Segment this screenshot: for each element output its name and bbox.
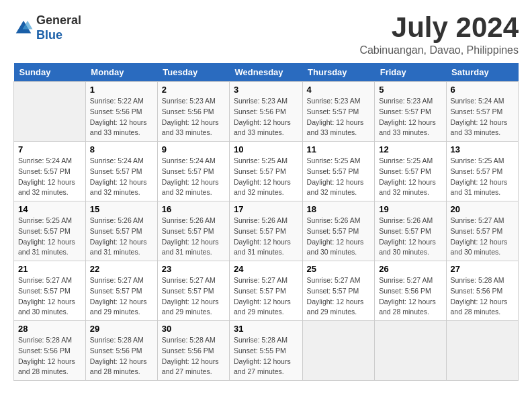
calendar-cell: 15Sunrise: 5:26 AMSunset: 5:57 PMDayligh… bbox=[85, 201, 157, 261]
day-info: Sunrise: 5:25 AMSunset: 5:57 PMDaylight:… bbox=[307, 156, 371, 198]
day-info: Sunrise: 5:26 AMSunset: 5:57 PMDaylight:… bbox=[162, 216, 225, 258]
calendar-cell: 6Sunrise: 5:24 AMSunset: 5:57 PMDaylight… bbox=[446, 82, 518, 142]
day-number: 17 bbox=[234, 204, 298, 214]
calendar-cell bbox=[302, 321, 375, 381]
day-number: 30 bbox=[162, 324, 225, 334]
calendar-cell: 8Sunrise: 5:24 AMSunset: 5:57 PMDaylight… bbox=[85, 142, 157, 201]
day-number: 9 bbox=[162, 144, 225, 154]
day-number: 4 bbox=[307, 85, 371, 95]
calendar-cell: 9Sunrise: 5:24 AMSunset: 5:57 PMDaylight… bbox=[157, 142, 229, 201]
calendar-weekday-header: Friday bbox=[375, 63, 446, 82]
calendar-cell: 26Sunrise: 5:27 AMSunset: 5:56 PMDayligh… bbox=[375, 261, 446, 321]
day-number: 25 bbox=[307, 264, 371, 274]
calendar-cell: 5Sunrise: 5:23 AMSunset: 5:57 PMDaylight… bbox=[375, 82, 446, 142]
day-number: 29 bbox=[90, 324, 153, 334]
calendar-cell: 1Sunrise: 5:22 AMSunset: 5:56 PMDaylight… bbox=[85, 82, 157, 142]
day-number: 19 bbox=[379, 204, 441, 214]
calendar-cell: 17Sunrise: 5:26 AMSunset: 5:57 PMDayligh… bbox=[230, 201, 303, 261]
calendar-weekday-header: Monday bbox=[85, 63, 157, 82]
day-number: 3 bbox=[234, 85, 298, 95]
title-block: July 2024 Cabinuangan, Davao, Philippine… bbox=[359, 13, 519, 56]
logo: General Blue bbox=[13, 13, 81, 42]
calendar-cell: 7Sunrise: 5:24 AMSunset: 5:57 PMDaylight… bbox=[14, 142, 86, 201]
day-info: Sunrise: 5:27 AMSunset: 5:56 PMDaylight:… bbox=[379, 275, 441, 318]
day-number: 22 bbox=[90, 264, 153, 274]
calendar-cell bbox=[446, 321, 518, 381]
day-number: 18 bbox=[307, 204, 371, 214]
calendar-cell: 23Sunrise: 5:27 AMSunset: 5:57 PMDayligh… bbox=[157, 261, 229, 321]
day-number: 26 bbox=[379, 264, 441, 274]
day-info: Sunrise: 5:25 AMSunset: 5:57 PMDaylight:… bbox=[18, 216, 81, 258]
day-info: Sunrise: 5:24 AMSunset: 5:57 PMDaylight:… bbox=[451, 96, 514, 138]
calendar-cell: 25Sunrise: 5:27 AMSunset: 5:57 PMDayligh… bbox=[302, 261, 375, 321]
day-number: 24 bbox=[234, 264, 298, 274]
calendar-weekday-header: Wednesday bbox=[230, 63, 303, 82]
logo-blue-text: Blue bbox=[36, 28, 81, 43]
day-info: Sunrise: 5:23 AMSunset: 5:56 PMDaylight:… bbox=[234, 96, 298, 138]
day-info: Sunrise: 5:24 AMSunset: 5:57 PMDaylight:… bbox=[162, 156, 225, 198]
calendar-cell: 22Sunrise: 5:27 AMSunset: 5:57 PMDayligh… bbox=[85, 261, 157, 321]
day-number: 2 bbox=[162, 85, 225, 95]
page-header: General Blue July 2024 Cabinuangan, Dava… bbox=[13, 13, 519, 56]
day-info: Sunrise: 5:27 AMSunset: 5:57 PMDaylight:… bbox=[90, 275, 153, 318]
calendar-cell: 19Sunrise: 5:26 AMSunset: 5:57 PMDayligh… bbox=[375, 201, 446, 261]
day-info: Sunrise: 5:23 AMSunset: 5:57 PMDaylight:… bbox=[307, 96, 371, 138]
location-subtitle: Cabinuangan, Davao, Philippines bbox=[359, 44, 519, 56]
calendar-cell: 31Sunrise: 5:28 AMSunset: 5:55 PMDayligh… bbox=[230, 321, 303, 381]
day-number: 28 bbox=[18, 324, 81, 334]
day-number: 20 bbox=[451, 204, 514, 214]
calendar-cell bbox=[375, 321, 446, 381]
calendar-week-row: 7Sunrise: 5:24 AMSunset: 5:57 PMDaylight… bbox=[14, 142, 519, 201]
calendar-table: SundayMondayTuesdayWednesdayThursdayFrid… bbox=[13, 63, 519, 381]
day-info: Sunrise: 5:23 AMSunset: 5:57 PMDaylight:… bbox=[379, 96, 441, 138]
day-info: Sunrise: 5:26 AMSunset: 5:57 PMDaylight:… bbox=[90, 216, 153, 258]
day-number: 12 bbox=[379, 144, 441, 154]
day-number: 31 bbox=[234, 324, 298, 334]
day-number: 10 bbox=[234, 144, 298, 154]
day-info: Sunrise: 5:23 AMSunset: 5:56 PMDaylight:… bbox=[162, 96, 225, 138]
calendar-cell: 2Sunrise: 5:23 AMSunset: 5:56 PMDaylight… bbox=[157, 82, 229, 142]
calendar-weekday-header: Saturday bbox=[446, 63, 518, 82]
day-number: 5 bbox=[379, 85, 441, 95]
calendar-cell: 24Sunrise: 5:27 AMSunset: 5:57 PMDayligh… bbox=[230, 261, 303, 321]
calendar-cell: 28Sunrise: 5:28 AMSunset: 5:56 PMDayligh… bbox=[14, 321, 86, 381]
calendar-weekday-header: Thursday bbox=[302, 63, 375, 82]
calendar-weekday-header: Sunday bbox=[14, 63, 86, 82]
day-number: 14 bbox=[18, 204, 81, 214]
calendar-cell: 21Sunrise: 5:27 AMSunset: 5:57 PMDayligh… bbox=[14, 261, 86, 321]
day-info: Sunrise: 5:28 AMSunset: 5:56 PMDaylight:… bbox=[451, 275, 514, 318]
day-info: Sunrise: 5:27 AMSunset: 5:57 PMDaylight:… bbox=[162, 275, 225, 318]
day-number: 21 bbox=[18, 264, 81, 274]
day-number: 27 bbox=[451, 264, 514, 274]
day-info: Sunrise: 5:26 AMSunset: 5:57 PMDaylight:… bbox=[307, 216, 371, 258]
day-number: 23 bbox=[162, 264, 225, 274]
day-info: Sunrise: 5:22 AMSunset: 5:56 PMDaylight:… bbox=[90, 96, 153, 138]
day-info: Sunrise: 5:28 AMSunset: 5:56 PMDaylight:… bbox=[162, 335, 225, 377]
day-info: Sunrise: 5:28 AMSunset: 5:56 PMDaylight:… bbox=[18, 335, 81, 377]
day-info: Sunrise: 5:27 AMSunset: 5:57 PMDaylight:… bbox=[234, 275, 298, 318]
day-number: 7 bbox=[18, 144, 81, 154]
day-info: Sunrise: 5:25 AMSunset: 5:57 PMDaylight:… bbox=[379, 156, 441, 198]
day-info: Sunrise: 5:27 AMSunset: 5:57 PMDaylight:… bbox=[18, 275, 81, 318]
calendar-week-row: 1Sunrise: 5:22 AMSunset: 5:56 PMDaylight… bbox=[14, 82, 519, 142]
day-info: Sunrise: 5:28 AMSunset: 5:55 PMDaylight:… bbox=[234, 335, 298, 377]
calendar-cell: 10Sunrise: 5:25 AMSunset: 5:57 PMDayligh… bbox=[230, 142, 303, 201]
month-year-title: July 2024 bbox=[359, 13, 519, 42]
calendar-cell: 11Sunrise: 5:25 AMSunset: 5:57 PMDayligh… bbox=[302, 142, 375, 201]
day-number: 16 bbox=[162, 204, 225, 214]
calendar-week-row: 28Sunrise: 5:28 AMSunset: 5:56 PMDayligh… bbox=[14, 321, 519, 381]
calendar-cell: 3Sunrise: 5:23 AMSunset: 5:56 PMDaylight… bbox=[230, 82, 303, 142]
day-number: 13 bbox=[451, 144, 514, 154]
calendar-weekday-header: Tuesday bbox=[157, 63, 229, 82]
calendar-week-row: 21Sunrise: 5:27 AMSunset: 5:57 PMDayligh… bbox=[14, 261, 519, 321]
calendar-cell bbox=[14, 82, 86, 142]
day-number: 15 bbox=[90, 204, 153, 214]
day-info: Sunrise: 5:24 AMSunset: 5:57 PMDaylight:… bbox=[90, 156, 153, 198]
day-info: Sunrise: 5:26 AMSunset: 5:57 PMDaylight:… bbox=[379, 216, 441, 258]
calendar-cell: 20Sunrise: 5:27 AMSunset: 5:57 PMDayligh… bbox=[446, 201, 518, 261]
calendar-cell: 14Sunrise: 5:25 AMSunset: 5:57 PMDayligh… bbox=[14, 201, 86, 261]
day-info: Sunrise: 5:27 AMSunset: 5:57 PMDaylight:… bbox=[307, 275, 371, 318]
calendar-cell: 27Sunrise: 5:28 AMSunset: 5:56 PMDayligh… bbox=[446, 261, 518, 321]
day-number: 8 bbox=[90, 144, 153, 154]
day-info: Sunrise: 5:28 AMSunset: 5:56 PMDaylight:… bbox=[90, 335, 153, 377]
